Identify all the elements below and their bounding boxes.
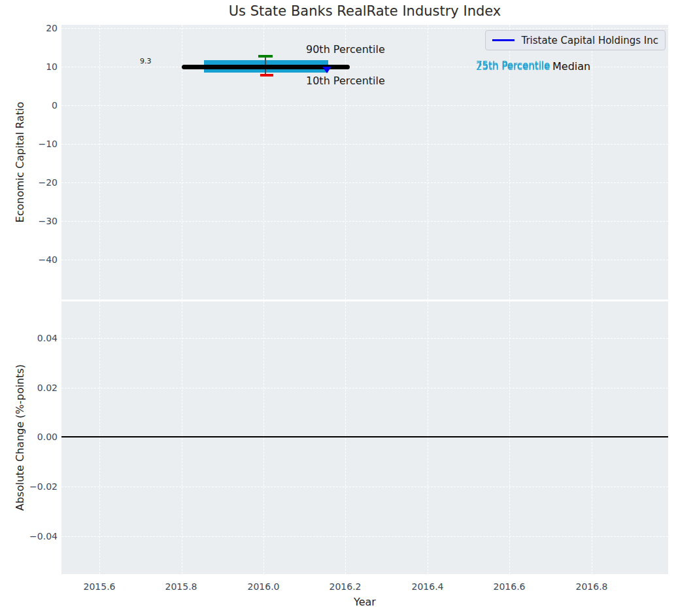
ytick-label: −0.04 <box>18 531 58 541</box>
gridline-v <box>592 25 592 299</box>
chart-title: Us State Banks RealRate Industry Index <box>61 3 668 19</box>
y-axis-label-bottom: Absolute Change (%-points) <box>14 364 26 511</box>
gridline-v <box>428 25 428 299</box>
xtick-label: 2015.8 <box>152 581 211 592</box>
gridline-v <box>99 301 100 574</box>
gridline-v <box>263 301 264 574</box>
p90-annotation: 90th Percentile <box>306 43 385 56</box>
bottom-axes <box>61 301 668 574</box>
xtick-label: 2016.0 <box>234 581 293 592</box>
gridline-h <box>61 182 668 183</box>
ytick-label: −40 <box>18 254 58 265</box>
gridline-v <box>509 301 510 574</box>
gridline-h <box>61 28 668 29</box>
gridline-h <box>61 221 668 222</box>
gridline-v <box>428 301 428 574</box>
ytick-label: 0.04 <box>18 333 58 343</box>
xtick-label: 2016.2 <box>316 581 375 592</box>
legend-label: Tristate Capital Holdings Inc <box>521 35 658 46</box>
gridline-h <box>61 487 668 487</box>
median-value-annotation: 9.3 <box>140 57 152 65</box>
gridline-h <box>61 338 668 339</box>
y-axis-label-top: Economic Capital Ratio <box>14 102 26 223</box>
company-marker-triangle-down-icon <box>322 67 331 73</box>
xtick-label: 2016.6 <box>480 581 539 592</box>
legend-line-icon <box>492 39 515 41</box>
gridline-h <box>61 388 668 388</box>
gridline-h <box>61 260 668 260</box>
p10-annotation: 10th Percentile <box>306 75 385 87</box>
gridline-h <box>61 144 668 145</box>
xtick-label: 2016.8 <box>562 581 621 592</box>
zero-line <box>61 436 668 437</box>
x-axis-label: Year <box>61 596 668 608</box>
p90-cap <box>258 55 273 58</box>
ytick-label: 10 <box>18 61 58 72</box>
gridline-v <box>182 301 182 574</box>
legend: Tristate Capital Holdings Inc <box>485 30 666 50</box>
top-axes: 9.3 90th Percentile 10th Percentile 75th… <box>61 25 668 299</box>
p10-cap <box>260 74 273 77</box>
gridline-v <box>345 301 346 574</box>
xtick-label: 2015.6 <box>70 581 129 592</box>
gridline-h <box>61 536 668 537</box>
gridline-h <box>61 105 668 106</box>
p25-annotation: 25th Percentile <box>476 61 550 73</box>
median-annotation: Median <box>552 60 590 73</box>
gridline-v <box>592 301 592 574</box>
figure: Us State Banks RealRate Industry Index 9… <box>0 0 676 616</box>
xtick-label: 2016.4 <box>398 581 457 592</box>
ytick-label: 20 <box>18 23 58 33</box>
gridline-v <box>99 25 100 299</box>
